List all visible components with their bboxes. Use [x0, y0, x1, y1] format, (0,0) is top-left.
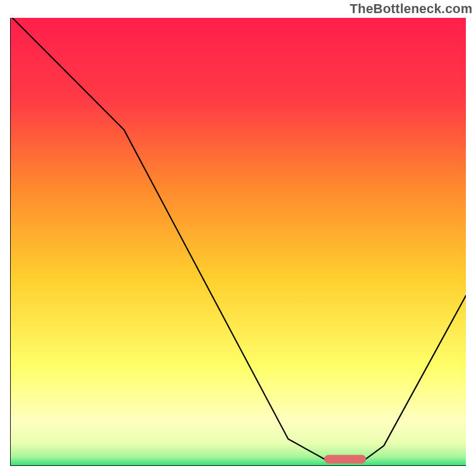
chart-container: TheBottleneck.com — [0, 0, 476, 476]
watermark-text: TheBottleneck.com — [350, 1, 472, 17]
chart-svg — [10, 18, 466, 466]
plot-area — [10, 18, 466, 466]
optimal-range-marker — [324, 455, 367, 464]
